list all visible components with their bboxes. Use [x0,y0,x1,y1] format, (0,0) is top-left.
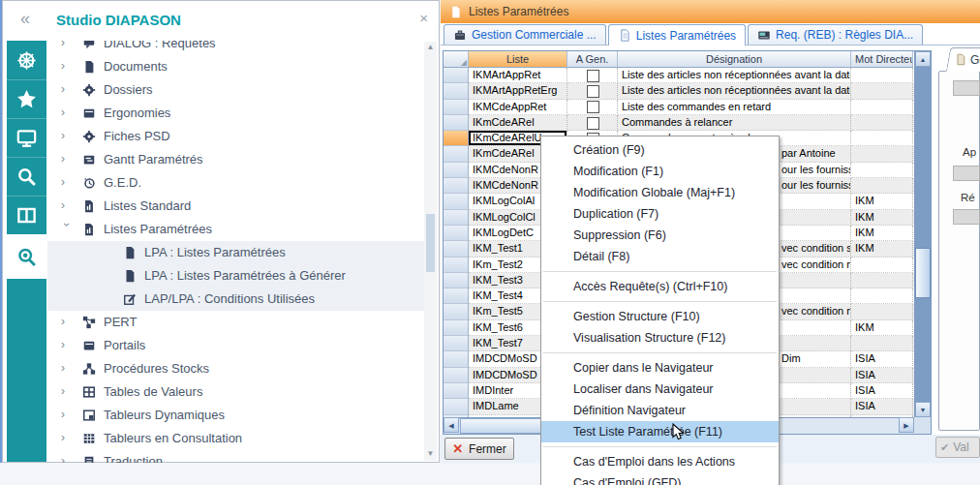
mot-directeur-cell[interactable] [851,273,913,288]
tree-item-lpa-listes-parametrees-a-generer[interactable]: LPA : Listes Paramétrées à Générer [47,264,426,288]
chevron-right-icon[interactable]: › [61,361,73,375]
rail-item-pin-search[interactable] [7,234,46,279]
context-menu-item-creation-f9[interactable]: Création (F9) [541,139,779,161]
liste-cell[interactable]: IKMArtAppRet [469,68,567,83]
mot-directeur-cell[interactable] [851,178,913,194]
tree-item-tableurs-dynamiques[interactable]: ›Tableurs Dynamiques [47,404,426,427]
tree-scrollbar-thumb[interactable] [426,214,435,272]
right-panel-field-appel[interactable] [953,166,980,181]
row-selector[interactable] [444,226,469,241]
mot-directeur-cell[interactable] [851,163,913,178]
rail-item-monitor[interactable] [7,118,46,157]
mot-directeur-cell[interactable] [851,258,913,273]
mot-directeur-cell[interactable] [851,336,913,351]
row-selector[interactable] [444,336,469,351]
tab-req-reb-regles[interactable]: Req. (REB) : Règles DIA... [748,24,923,45]
mot-directeur-cell[interactable] [851,115,913,131]
row-selector[interactable] [444,304,469,319]
context-menu-item-visualisation-structure-f12[interactable]: Visualisation Structure (F12) [541,327,779,349]
row-selector[interactable] [444,68,469,83]
grid-corner-header[interactable]: ◢ [444,51,469,68]
designation-cell[interactable]: Commandes à relancer [618,115,851,131]
tree-scroll-down-icon[interactable]: ▼ [424,448,437,460]
table-row[interactable]: IKMArtAppRetListe des articles non récep… [444,68,914,83]
context-menu-item-modification-globale-maj-f1[interactable]: Modification Globale (Maj+F1) [541,182,779,203]
designation-cell[interactable]: Liste des articles non réceptionnées ava… [618,83,851,99]
tree-item-gantt-parametres[interactable]: ›Gantt Paramétrés [47,148,426,171]
chevron-right-icon[interactable]: › [61,315,73,328]
mot-directeur-cell[interactable] [851,83,913,99]
chevron-right-icon[interactable]: › [61,198,73,212]
rail-item-helm[interactable] [7,41,46,79]
table-row[interactable]: IKMArtAppRetErgListe des articles non ré… [444,83,914,99]
context-menu-item-definition-navigateur[interactable]: Définition Navigateur [541,400,779,421]
designation-cell[interactable]: Liste des articles non réceptionnées ava… [618,68,851,83]
checkbox-unchecked[interactable] [587,70,599,82]
chevron-right-icon[interactable]: › [61,338,73,351]
tree-item-tables-de-valeurs[interactable]: ›Tables de Valeurs [47,380,426,404]
row-selector[interactable] [444,100,469,115]
row-selector[interactable] [444,320,469,336]
chevron-right-icon[interactable]: › [61,82,73,96]
chevron-right-icon[interactable]: › [61,59,73,73]
chevron-right-icon[interactable]: › [61,129,73,142]
right-panel-field-top[interactable] [953,80,980,96]
agen-cell[interactable] [567,83,618,99]
scroll-up-icon[interactable]: ▲ [915,51,931,67]
checkbox-unchecked[interactable] [587,101,599,113]
designation-cell[interactable]: Liste des commandes en retard [618,100,851,115]
tree-item-fiches-psd[interactable]: ›Fiches PSD [47,125,426,148]
right-panel-tab[interactable]: Ge [946,47,980,72]
mot-directeur-cell[interactable] [851,288,913,304]
checkbox-unchecked[interactable] [587,85,599,98]
context-menu-item-gestion-structure-f10[interactable]: Gestion Structure (F10) [541,306,779,327]
agen-cell[interactable] [567,68,618,83]
rail-item-star[interactable] [7,79,46,118]
rail-item-search[interactable] [7,157,46,196]
tree-item-portails[interactable]: ›Portails [47,334,426,357]
mot-directeur-cell[interactable] [851,304,913,319]
row-selector[interactable] [444,210,469,226]
table-row[interactable]: IKMCdeAppRetListe des commandes en retar… [444,100,914,115]
column-header-liste[interactable]: Liste [469,51,567,68]
context-menu-item-detail-f8[interactable]: Détail (F8) [541,246,779,267]
fermer-button[interactable]: ✕ Fermer [444,438,514,460]
context-menu-item-cas-d-emploi-dans-les-actions[interactable]: Cas d'Emploi dans les Actions [541,451,779,472]
tree-scrollbar[interactable]: ▲ ▼ [424,42,437,461]
rail-item-columns[interactable] [7,196,46,234]
chevron-down-icon[interactable]: › [60,223,74,234]
row-selector[interactable] [444,288,469,304]
tree-item-listes-standard[interactable]: ›Listes Standard [47,195,426,218]
mot-directeur-cell[interactable]: IKM [851,194,913,209]
chevron-right-icon[interactable]: › [61,175,73,189]
tree-item-documents[interactable]: ›Documents [47,55,426,78]
agen-cell[interactable] [567,100,618,115]
close-panel-icon[interactable]: × [419,10,428,26]
liste-cell[interactable]: IKMCdeAppRet [469,100,567,115]
row-selector[interactable] [444,115,469,131]
mot-directeur-cell[interactable] [851,68,913,83]
context-menu-item-modification-f1[interactable]: Modification (F1) [541,161,779,182]
row-selector[interactable] [444,241,469,257]
table-row[interactable]: IKmCdeARelCommandes à relancer [444,115,914,131]
tree-item-tableurs-en-consultation[interactable]: ›Tableurs en Consultation [47,427,426,450]
mot-directeur-cell[interactable]: IKM [851,210,913,226]
right-panel-field-resultat[interactable] [953,209,980,225]
mot-directeur-cell[interactable]: ISIA [851,351,913,367]
chevron-right-icon[interactable]: › [61,152,73,166]
collapse-panel-icon[interactable]: « [20,9,30,29]
mot-directeur-cell[interactable]: ISIA [851,368,913,383]
row-selector[interactable] [444,163,469,178]
chevron-right-icon[interactable]: › [61,454,73,463]
row-selector[interactable] [444,178,469,194]
row-selector[interactable] [444,258,469,273]
context-menu-item-acces-requete-s-ctrl-f10[interactable]: Accès Requête(s) (Ctrl+F10) [541,276,779,297]
scroll-down-icon[interactable]: ▼ [915,402,931,417]
row-selector[interactable] [444,146,469,162]
liste-cell[interactable]: IKMArtAppRetErg [469,83,567,99]
chevron-right-icon[interactable]: › [61,384,73,398]
row-selector[interactable] [444,273,469,288]
mot-directeur-cell[interactable] [851,146,913,162]
scroll-right-icon[interactable]: ▶ [899,417,914,433]
context-menu-item-suppression-f6[interactable]: Suppression (F6) [541,225,779,246]
